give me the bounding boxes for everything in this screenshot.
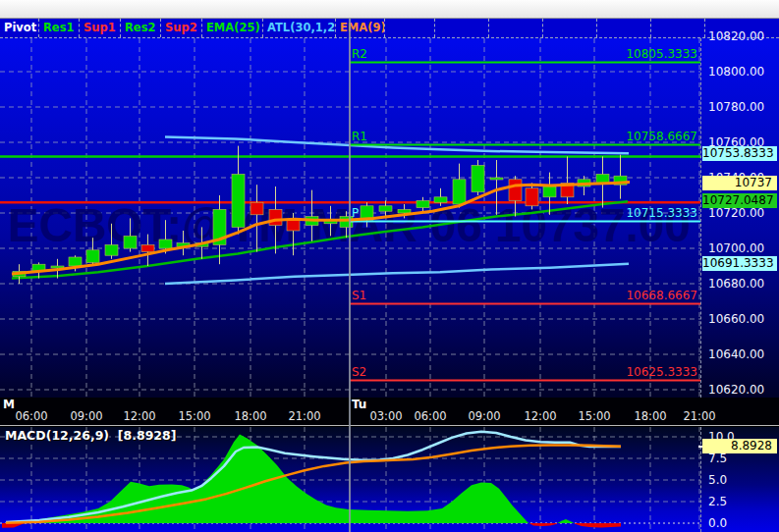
pivot-value-p: 10715.3333: [626, 206, 697, 220]
macd-scale[interactable]: 10.07.55.02.50.08.8928: [700, 427, 779, 532]
candle-down: [141, 244, 154, 251]
macd-value-marker: 8.8928: [702, 439, 777, 453]
price-marker-atl-upper-value: 10753.8333: [702, 146, 777, 161]
pivot-value-s1: 10668.6667: [626, 289, 697, 302]
legend-empty-cell: [543, 19, 597, 37]
candle-up: [398, 209, 411, 213]
price-axis-label: 10620.00: [708, 383, 764, 397]
macd-indicator-label: MACD(12,26,9) [8.8928]: [5, 428, 176, 443]
price-axis-label: 10700.00: [708, 241, 764, 255]
time-tick-label: 12:00: [524, 409, 556, 423]
time-tick-label: 21:00: [683, 409, 715, 423]
price-scale[interactable]: 10820.0010800.0010780.0010760.0010740.00…: [700, 38, 779, 398]
pivot-label-s2: S2: [352, 365, 366, 379]
candle-up: [124, 236, 137, 248]
time-tick-label: 21:00: [288, 409, 320, 423]
pivot-value-s2: 10625.3333: [626, 365, 697, 379]
price-marker-atl-lower-value: 10691.3333: [702, 256, 777, 271]
candle-up: [86, 250, 99, 263]
pivot-label-r1: R1: [352, 130, 367, 143]
candle-up: [69, 257, 82, 266]
candle-up: [543, 186, 556, 197]
time-tick-label: 06:00: [15, 409, 47, 423]
day-label-m: M: [3, 398, 15, 411]
pivot-value-r1: 10758.6667: [626, 130, 697, 143]
candle-up: [490, 178, 503, 180]
candle-up: [232, 174, 245, 227]
time-tick-label: 15:00: [578, 409, 610, 423]
price-axis-label: 10780.00: [708, 100, 764, 114]
time-tick-label: 03:00: [369, 409, 402, 423]
title-bar: ECBOT:@YM MAR 06: 10737.00 (38Std5Min/60…: [0, 0, 779, 19]
price-marker-last-price-value: 10737: [702, 176, 777, 190]
candle-down: [526, 188, 538, 206]
price-marker-ema25-value: 10727.0487: [702, 193, 777, 208]
price-axis-label: 10640.00: [708, 347, 764, 361]
price-axis-label: 10720.00: [708, 206, 764, 220]
legend-empty-cell: [651, 19, 705, 37]
legend-item-sup1[interactable]: Sup1: [80, 19, 121, 37]
time-tick-label: 18:00: [634, 409, 666, 423]
macd-axis-label: 0.0: [708, 516, 727, 530]
price-axis-label: 10680.00: [708, 277, 764, 291]
candle-up: [417, 200, 429, 207]
day-label-tu: Tu: [352, 398, 366, 411]
session-divider-line: [349, 19, 351, 532]
pivot-value-r2: 10805.3333: [626, 47, 697, 61]
candle-up: [596, 174, 609, 183]
time-tick-label: 09:00: [468, 409, 500, 423]
candle-down: [269, 209, 282, 225]
legend-item-res1[interactable]: Res1: [39, 19, 80, 37]
trading-chart-window: ECBOT:@YM MAR 06: 10737.00 (38Std5Min/60…: [0, 0, 779, 532]
macd-axis-label: 2.5: [708, 495, 727, 508]
legend-item-ema9[interactable]: EMA(9): [336, 19, 385, 37]
time-tick-label: 12:00: [123, 409, 155, 423]
candle-down: [509, 180, 522, 201]
time-tick-label: 06:00: [414, 409, 446, 423]
time-tick-label: 09:00: [70, 409, 102, 423]
candle-up: [105, 244, 118, 255]
time-tick-label: 18:00: [234, 409, 266, 423]
price-chart-panel[interactable]: ECBOT:@YM MAR 06 10737.00R210805.3333R11…: [0, 38, 779, 398]
legend-item-pivot[interactable]: Pivot: [0, 19, 39, 37]
legend-empty-cell: [435, 19, 489, 37]
legend-item-ema25[interactable]: EMA(25): [202, 19, 263, 37]
time-tick-label: 15:00: [178, 409, 210, 423]
legend-item-res2[interactable]: Res2: [121, 19, 161, 37]
legend-empty-cell: [597, 19, 651, 37]
macd-panel[interactable]: MACD(12,26,9) [8.8928] 10.07.55.02.50.08…: [0, 427, 779, 532]
legend-item-sup2[interactable]: Sup2: [161, 19, 202, 37]
pivot-label-s1: S1: [352, 289, 366, 302]
pivot-label-r2: R2: [352, 47, 367, 61]
candle-down: [287, 220, 300, 231]
price-axis-label: 10800.00: [708, 65, 764, 79]
candle-up: [434, 197, 447, 202]
candle-up: [379, 206, 392, 211]
candle-up: [472, 165, 484, 191]
price-axis-label: 10660.00: [708, 312, 764, 326]
indicator-legend: PivotRes1Sup1Res2Sup2EMA(25)ATL(30,1,2)E…: [0, 19, 779, 38]
legend-empty-cell: [489, 19, 543, 37]
candle-up: [159, 239, 172, 248]
candle-up: [453, 180, 466, 204]
legend-empty-cell: [385, 19, 435, 37]
macd-axis-label: 5.0: [708, 473, 727, 487]
candle-down: [250, 202, 263, 215]
time-axis[interactable]: MTu06:0009:0012:0015:0018:0021:0003:0006…: [0, 398, 779, 426]
legend-item-atl3012[interactable]: ATL(30,1,2): [263, 19, 336, 37]
price-axis-label: 10820.00: [708, 29, 764, 43]
